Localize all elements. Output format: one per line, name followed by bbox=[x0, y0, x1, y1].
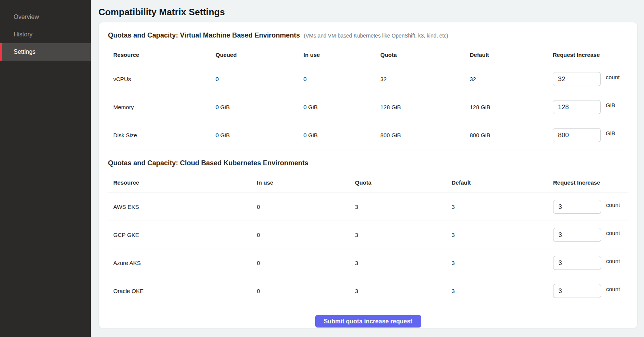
settings-card: Quotas and Capacity: Virtual Machine Bas… bbox=[98, 22, 638, 328]
gcp-gke-default-value: 3 bbox=[446, 232, 553, 238]
table-row-vcpus: vCPUs 0 0 32 32 count bbox=[108, 65, 628, 93]
oracle-oke-quota-value: 3 bbox=[350, 288, 446, 294]
table-row-disk-size: Disk Size 0 GiB 0 GiB 800 GiB 800 GiB Gi… bbox=[108, 121, 628, 149]
memory-request-input[interactable] bbox=[553, 100, 601, 114]
aws-eks-default-value: 3 bbox=[446, 204, 553, 210]
azure-aks-quota-value: 3 bbox=[350, 260, 446, 266]
table-row-gcp-gke: GCP GKE 0 3 3 count bbox=[108, 221, 628, 249]
vcpus-quota-value: 32 bbox=[375, 76, 464, 82]
disk-request-input[interactable] bbox=[553, 128, 601, 142]
gcp-gke-in-use-value: 0 bbox=[252, 232, 350, 238]
gcp-gke-request-input[interactable] bbox=[553, 228, 601, 242]
memory-resource-label: Memory bbox=[108, 104, 210, 110]
sidebar-item-overview-label: Overview bbox=[14, 14, 39, 20]
memory-unit-label: GiB bbox=[606, 102, 615, 108]
memory-in-use-value: 0 GiB bbox=[298, 104, 375, 110]
disk-resource-label: Disk Size bbox=[108, 132, 210, 138]
oracle-oke-unit-label: count bbox=[606, 286, 620, 292]
gcp-gke-resource-label: GCP GKE bbox=[108, 232, 252, 238]
vm-section-title: Quotas and Capacity: Virtual Machine Bas… bbox=[108, 31, 300, 39]
vcpus-resource-label: vCPUs bbox=[108, 76, 210, 82]
table-row-azure-aks: Azure AKS 0 3 3 count bbox=[108, 249, 628, 277]
disk-quota-value: 800 GiB bbox=[375, 132, 464, 138]
vcpus-queued-value: 0 bbox=[210, 76, 298, 82]
vm-col-quota: Quota bbox=[375, 52, 464, 58]
sidebar-item-settings[interactable]: Settings bbox=[0, 43, 91, 61]
page-title: Compatibility Matrix Settings bbox=[98, 7, 638, 17]
vcpus-in-use-value: 0 bbox=[298, 76, 375, 82]
vm-col-resource: Resource bbox=[108, 52, 210, 58]
disk-in-use-value: 0 GiB bbox=[298, 132, 375, 138]
vcpus-default-value: 32 bbox=[464, 76, 553, 82]
gcp-gke-quota-value: 3 bbox=[350, 232, 446, 238]
cloud-col-request-increase: Request Increase bbox=[553, 179, 628, 186]
memory-quota-value: 128 GiB bbox=[375, 104, 464, 110]
oracle-oke-resource-label: Oracle OKE bbox=[108, 288, 252, 294]
cloud-col-in-use: In use bbox=[252, 179, 350, 186]
sidebar-item-settings-label: Settings bbox=[14, 49, 36, 55]
aws-eks-in-use-value: 0 bbox=[252, 204, 350, 210]
vm-section-subtitle: (VMs and VM-based Kubernetes like OpenSh… bbox=[304, 33, 448, 39]
main-content: Compatibility Matrix Settings Quotas and… bbox=[91, 0, 644, 337]
vm-col-queued: Queued bbox=[210, 52, 298, 58]
oracle-oke-in-use-value: 0 bbox=[252, 288, 350, 294]
table-row-oracle-oke: Oracle OKE 0 3 3 count bbox=[108, 277, 628, 305]
azure-aks-in-use-value: 0 bbox=[252, 260, 350, 266]
aws-eks-unit-label: count bbox=[606, 202, 620, 208]
vcpus-unit-label: count bbox=[606, 74, 620, 80]
cloud-col-quota: Quota bbox=[350, 179, 446, 186]
disk-default-value: 800 GiB bbox=[464, 132, 553, 138]
oracle-oke-default-value: 3 bbox=[446, 288, 553, 294]
vm-col-in-use: In use bbox=[298, 52, 375, 58]
azure-aks-unit-label: count bbox=[606, 258, 620, 264]
vm-quota-section: Quotas and Capacity: Virtual Machine Bas… bbox=[108, 31, 628, 149]
submit-quota-increase-button[interactable]: Submit quota increase request bbox=[315, 315, 421, 328]
aws-eks-request-input[interactable] bbox=[553, 200, 601, 214]
sidebar: Overview History Settings bbox=[0, 0, 91, 337]
sidebar-item-overview[interactable]: Overview bbox=[0, 8, 91, 26]
memory-default-value: 128 GiB bbox=[464, 104, 553, 110]
vcpus-request-input[interactable] bbox=[553, 72, 601, 86]
disk-unit-label: GiB bbox=[606, 130, 615, 136]
memory-queued-value: 0 GiB bbox=[210, 104, 298, 110]
gcp-gke-unit-label: count bbox=[606, 230, 620, 236]
azure-aks-resource-label: Azure AKS bbox=[108, 260, 252, 266]
cloud-quota-section: Quotas and Capacity: Cloud Based Kuberne… bbox=[108, 159, 628, 305]
cloud-col-resource: Resource bbox=[108, 179, 252, 186]
cloud-section-title: Quotas and Capacity: Cloud Based Kuberne… bbox=[108, 159, 308, 167]
vm-col-request-increase: Request Increase bbox=[553, 52, 628, 58]
aws-eks-quota-value: 3 bbox=[350, 204, 446, 210]
cloud-table-header: Resource In use Quota Default Request In… bbox=[108, 172, 628, 193]
vm-col-default: Default bbox=[464, 52, 553, 58]
disk-queued-value: 0 GiB bbox=[210, 132, 298, 138]
table-row-aws-eks: AWS EKS 0 3 3 count bbox=[108, 193, 628, 221]
aws-eks-resource-label: AWS EKS bbox=[108, 204, 252, 210]
azure-aks-request-input[interactable] bbox=[553, 256, 601, 270]
table-row-memory: Memory 0 GiB 0 GiB 128 GiB 128 GiB GiB bbox=[108, 93, 628, 121]
azure-aks-default-value: 3 bbox=[446, 260, 553, 266]
cloud-col-default: Default bbox=[446, 179, 553, 186]
vm-table-header: Resource Queued In use Quota Default Req… bbox=[108, 45, 628, 65]
sidebar-item-history[interactable]: History bbox=[0, 26, 91, 43]
oracle-oke-request-input[interactable] bbox=[553, 284, 601, 298]
sidebar-item-history-label: History bbox=[14, 31, 33, 38]
